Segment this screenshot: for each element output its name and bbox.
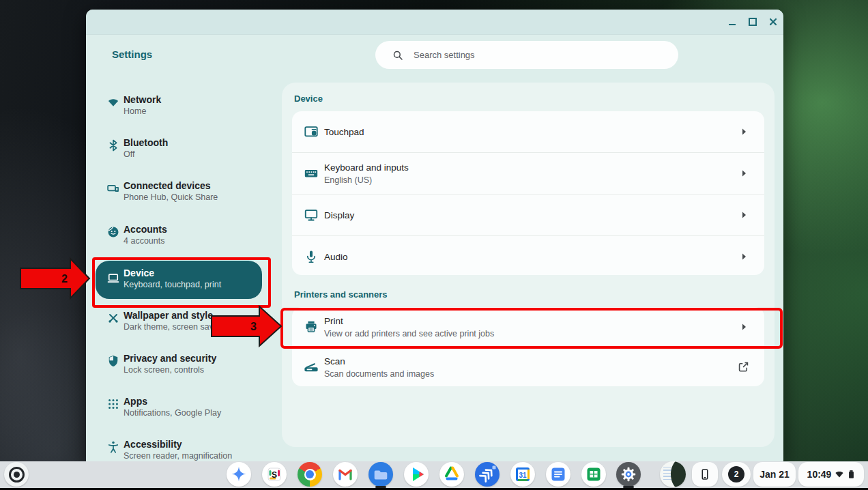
shelf-app-drive[interactable] bbox=[439, 462, 464, 487]
maximize-button[interactable] bbox=[744, 14, 761, 30]
gmail-icon bbox=[333, 462, 358, 487]
s-app-icon: S bbox=[262, 462, 287, 487]
row-label: Print bbox=[324, 315, 494, 327]
shelf: S 31 bbox=[0, 461, 868, 488]
chrome-icon bbox=[304, 469, 316, 480]
minimize-button[interactable] bbox=[724, 14, 740, 30]
connected-devices-icon bbox=[106, 182, 120, 195]
row-keyboard-inputs[interactable]: Keyboard and inputs English (US) bbox=[292, 153, 764, 194]
row-display[interactable]: Display bbox=[292, 194, 764, 236]
external-link-icon bbox=[737, 360, 751, 374]
row-scan[interactable]: Scan Scan documents and images bbox=[292, 347, 764, 386]
row-label: Audio bbox=[324, 251, 348, 263]
desktop: Settings Search settings Network Home Bl… bbox=[0, 0, 868, 490]
shelf-app-play-store[interactable] bbox=[404, 462, 429, 487]
row-label: Scan bbox=[324, 356, 434, 367]
search-input[interactable]: Search settings bbox=[375, 41, 678, 69]
display-icon bbox=[304, 207, 319, 222]
system-tray[interactable]: 10:49 bbox=[798, 462, 864, 487]
titlebar[interactable] bbox=[86, 10, 783, 35]
shelf-app-gmail[interactable] bbox=[333, 462, 358, 487]
launcher-icon bbox=[9, 467, 25, 482]
chevron-right-icon bbox=[737, 208, 751, 222]
sidebar-item-apps[interactable]: Apps Notifications, Google Play bbox=[96, 395, 262, 425]
battery-icon bbox=[848, 469, 855, 480]
sidebar-item-label: Privacy and security bbox=[124, 352, 262, 364]
laptop-icon bbox=[106, 272, 120, 285]
minimize-icon bbox=[727, 17, 737, 27]
sidebar-item-sublabel: Phone Hub, Quick Share bbox=[124, 192, 262, 203]
close-icon bbox=[768, 17, 778, 27]
apps-icon bbox=[106, 397, 120, 411]
svg-text:31: 31 bbox=[519, 472, 527, 479]
close-button[interactable] bbox=[765, 14, 781, 30]
window-preview-thumbnail[interactable] bbox=[660, 461, 686, 487]
shelf-app-docs[interactable] bbox=[546, 462, 570, 487]
chevron-right-icon bbox=[737, 250, 751, 263]
mic-icon bbox=[304, 249, 319, 264]
row-sublabel: Scan documents and images bbox=[324, 369, 434, 379]
drive-icon bbox=[439, 462, 464, 487]
shelf-app-files[interactable] bbox=[368, 462, 393, 487]
wallpaper-icon bbox=[106, 311, 120, 325]
row-audio[interactable]: Audio bbox=[292, 236, 764, 275]
sidebar-item-accounts[interactable]: Accounts 4 accounts bbox=[96, 223, 262, 253]
date-button[interactable]: Jan 21 bbox=[753, 462, 796, 487]
sidebar-item-connected-devices[interactable]: Connected devices Phone Hub, Quick Share bbox=[96, 179, 262, 210]
accessibility-icon bbox=[106, 440, 120, 454]
sidebar-item-privacy[interactable]: Privacy and security Lock screen, contro… bbox=[96, 352, 262, 382]
sidebar-item-sublabel: Notifications, Google Play bbox=[124, 407, 262, 419]
sidebar-item-accessibility[interactable]: Accessibility Screen reader, magnificati… bbox=[96, 438, 262, 461]
row-print[interactable]: Print View or add printers and see activ… bbox=[292, 307, 764, 347]
settings-content-panel: Device Touchpad Keyboard and inputs Engl… bbox=[282, 83, 775, 447]
shelf-app-chrome[interactable] bbox=[298, 462, 322, 487]
screencast-icon bbox=[475, 462, 500, 487]
shelf-app-calendar[interactable]: 31 bbox=[510, 462, 535, 487]
scanner-icon bbox=[304, 360, 319, 375]
shelf-app-sheets[interactable] bbox=[581, 462, 606, 487]
sidebar-item-label: Apps bbox=[124, 395, 262, 407]
docs-icon bbox=[546, 462, 570, 487]
date-label: Jan 21 bbox=[760, 469, 790, 480]
sidebar-item-network[interactable]: Network Home bbox=[96, 93, 262, 124]
time-label: 10:49 bbox=[807, 469, 832, 480]
wifi-icon bbox=[106, 96, 120, 109]
row-touchpad[interactable]: Touchpad bbox=[292, 111, 764, 153]
section-header-device: Device bbox=[294, 93, 323, 104]
assistant-icon bbox=[227, 462, 251, 487]
calendar-icon: 31 bbox=[510, 462, 535, 487]
phone-hub-button[interactable] bbox=[692, 462, 718, 487]
sidebar-item-label: Accounts bbox=[124, 223, 262, 235]
play-store-icon bbox=[404, 462, 429, 487]
launcher-button[interactable] bbox=[4, 462, 29, 487]
sidebar-item-device[interactable]: Device Keyboard, touchpad, print bbox=[96, 261, 262, 299]
section-header-printers: Printers and scanners bbox=[294, 289, 388, 300]
shelf-app-screencast[interactable] bbox=[475, 462, 500, 487]
bluetooth-icon bbox=[106, 139, 120, 152]
sidebar-item-sublabel: Home bbox=[124, 106, 262, 117]
shelf-app-assistant[interactable] bbox=[227, 462, 251, 487]
sidebar-item-label: Device bbox=[124, 267, 262, 279]
notification-counter[interactable]: 2 bbox=[722, 462, 751, 487]
search-icon bbox=[392, 49, 404, 61]
printers-card: Print View or add printers and see activ… bbox=[292, 307, 764, 386]
svg-text:S: S bbox=[272, 470, 277, 480]
settings-gear-icon bbox=[616, 462, 641, 487]
sidebar-item-label: Network bbox=[124, 93, 262, 106]
chevron-right-icon bbox=[737, 167, 751, 180]
files-icon bbox=[368, 462, 393, 487]
row-sublabel: English (US) bbox=[324, 175, 409, 186]
row-label: Touchpad bbox=[324, 126, 364, 138]
page-title: Settings bbox=[112, 48, 152, 60]
keyboard-icon bbox=[304, 166, 319, 181]
sidebar-item-wallpaper[interactable]: Wallpaper and style Dark theme, screen s… bbox=[96, 309, 262, 339]
maximize-icon bbox=[748, 17, 757, 27]
shelf-app-settings[interactable] bbox=[616, 462, 641, 487]
sidebar-item-sublabel: Dark theme, screen saver bbox=[124, 321, 262, 333]
phone-icon bbox=[698, 467, 712, 481]
row-label: Display bbox=[324, 210, 354, 221]
sheets-icon bbox=[581, 462, 606, 487]
sidebar-item-sublabel: 4 accounts bbox=[124, 235, 262, 247]
shelf-app-s[interactable]: S bbox=[262, 462, 287, 487]
sidebar-item-bluetooth[interactable]: Bluetooth Off bbox=[96, 136, 262, 167]
